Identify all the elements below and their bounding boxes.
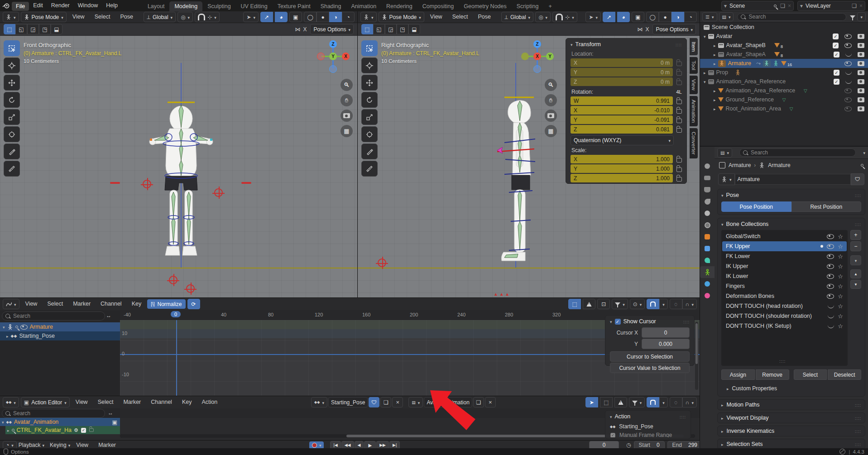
expand-icon[interactable] — [714, 87, 716, 94]
transform-orientation[interactable]: ⟂Global — [501, 12, 533, 22]
workspace-tab-scripting[interactable]: Scripting — [512, 1, 544, 11]
drag-handle-icon[interactable] — [680, 413, 686, 420]
lock-icon[interactable] — [676, 81, 682, 85]
auto-key-record-button[interactable] — [309, 441, 324, 449]
tab-render-icon[interactable] — [700, 172, 715, 184]
editor-type-button[interactable]: ☰ — [702, 12, 717, 21]
unlink-action-button[interactable] — [485, 397, 496, 407]
mode-selector[interactable]: Pose Mode — [379, 12, 424, 22]
select-invert-icon[interactable]: ◳ — [397, 24, 408, 34]
collection-ik-lower[interactable]: IK Lower — [722, 271, 847, 281]
eye-icon[interactable] — [827, 234, 834, 239]
tool-scale-icon[interactable] — [4, 109, 20, 125]
select-intersect-icon[interactable]: ⬓ — [51, 24, 62, 34]
solo-star-icon[interactable] — [838, 283, 843, 290]
channel-row-starting-pose[interactable]: ◆◆ Starting_Pose — [0, 331, 120, 340]
solo-star-icon[interactable] — [838, 233, 843, 240]
collection-dont-touch-ik[interactable]: DON'T TOUCH (IK Setup) — [722, 321, 847, 331]
knee-target-left[interactable] — [169, 276, 177, 284]
tab-item[interactable]: Item — [690, 38, 698, 55]
select-menu[interactable]: Select — [94, 397, 118, 408]
snap-mode-dropdown[interactable] — [659, 397, 668, 407]
marker-menu[interactable]: Marker — [119, 397, 145, 408]
exclude-checkbox[interactable] — [833, 34, 839, 39]
render-icon[interactable] — [858, 88, 864, 93]
solo-star-icon[interactable] — [838, 323, 843, 330]
tab-scene-icon[interactable] — [700, 207, 715, 219]
location-x-field[interactable]: X0 m — [571, 58, 673, 67]
collection-ik-upper[interactable]: IK Upper — [722, 261, 847, 271]
only-selected-icon[interactable]: ⬚ — [600, 397, 613, 407]
magnet-icon[interactable] — [647, 397, 659, 407]
menu-edit[interactable]: Edit — [29, 0, 47, 11]
expand-icon[interactable] — [714, 96, 716, 103]
pin-icon[interactable] — [774, 5, 777, 7]
rest-position-button[interactable]: Rest Position — [791, 201, 862, 212]
scale-x-field[interactable]: X1.000 — [571, 155, 673, 163]
outliner-row-avatar[interactable]: Avatar — [700, 32, 868, 41]
elbow-target-left[interactable] — [143, 180, 151, 188]
render-icon[interactable] — [858, 97, 864, 102]
expand-icon[interactable] — [2, 419, 4, 425]
show-errors-icon[interactable] — [583, 299, 595, 309]
marker-menu[interactable]: Marker — [69, 298, 95, 310]
channel-search[interactable] — [2, 409, 105, 418]
tab-modifiers-icon[interactable] — [700, 243, 715, 254]
workspace-tab-layout[interactable]: Layout — [143, 1, 170, 11]
pin-icon[interactable] — [15, 326, 18, 328]
pivot-dropdown[interactable]: ⊙ — [630, 299, 645, 309]
mirror-icon[interactable]: ⋈ — [637, 26, 643, 33]
viewport2-canvas[interactable]: ▲ ▲ ▲ Right Orthographic (0) Armature : … — [357, 36, 700, 297]
properties-search[interactable] — [739, 148, 856, 157]
falloff-dropdown[interactable]: ∩ — [682, 299, 697, 309]
eye-icon[interactable] — [828, 314, 834, 318]
solo-star-icon[interactable] — [838, 303, 843, 310]
hide-icon[interactable] — [844, 34, 852, 39]
solo-star-icon[interactable] — [838, 263, 843, 270]
tool-transform-icon[interactable] — [361, 126, 378, 142]
search-input[interactable] — [2, 311, 105, 321]
hide-icon[interactable] — [844, 61, 852, 66]
pose-options-dropdown[interactable]: Pose Options — [652, 24, 696, 34]
inverse-kinematics-panel[interactable]: Inverse Kinematics — [717, 426, 865, 436]
playback-menu[interactable]: Playback — [19, 442, 44, 448]
collection-global-switch[interactable]: Global/Switch — [722, 231, 847, 241]
tool-select-box-icon[interactable] — [361, 40, 378, 56]
custom-properties-subpanel[interactable]: Custom Properties — [727, 385, 861, 392]
eye-icon[interactable] — [827, 254, 834, 259]
tool-rotate-icon[interactable] — [4, 92, 20, 108]
expand-icon[interactable] — [704, 78, 706, 85]
view-menu[interactable]: View — [68, 11, 89, 23]
editor-type-button[interactable] — [3, 12, 19, 22]
workspace-tab-sculpting[interactable]: Sculpting — [202, 1, 235, 11]
scene-selector[interactable]: ▾ Scene ❏ × — [721, 1, 794, 11]
select-set-icon[interactable]: ⬚ — [361, 24, 373, 34]
filter-swap-icon[interactable]: ↔ — [108, 410, 113, 416]
gizmo-x-axis[interactable]: X — [342, 53, 350, 60]
eye-icon[interactable] — [827, 294, 834, 299]
show-overlays-toggle[interactable]: ◕ — [617, 12, 630, 22]
mirror-x-button[interactable]: X — [645, 26, 649, 33]
tab-object-icon[interactable] — [700, 231, 715, 243]
pointer-toggle-icon[interactable]: ➤ — [585, 397, 598, 407]
select-menu[interactable]: Select — [448, 11, 472, 23]
navigation-gizmo[interactable]: Z Y X — [521, 40, 554, 73]
filter-dropdown[interactable] — [612, 299, 628, 309]
elbow-target-right[interactable] — [214, 188, 223, 197]
render-icon[interactable] — [858, 52, 864, 57]
workspace-tab-rendering[interactable]: Rendering — [381, 1, 417, 11]
outliner-row-ground-reference[interactable]: Ground_Reference ▽ — [700, 95, 868, 104]
shading-wireframe-icon[interactable]: ◯ — [304, 12, 317, 22]
cursor-value-to-selection-button[interactable]: Cursor Value to Selection — [610, 363, 690, 373]
action-slot-icon[interactable]: ▣ — [112, 419, 117, 426]
camera-view-icon[interactable] — [340, 110, 353, 122]
eye-icon[interactable] — [827, 274, 834, 279]
blender-logo-icon[interactable] — [0, 3, 12, 9]
eye-icon[interactable] — [828, 304, 834, 308]
show-errors-icon[interactable] — [614, 397, 627, 407]
gizmo-y-axis[interactable]: Y — [546, 53, 554, 60]
hide-icon[interactable] — [844, 97, 852, 102]
normalize-refresh-icon[interactable]: ⟳ — [187, 299, 200, 309]
collapse-icon[interactable] — [721, 192, 724, 198]
unlink-keying-button[interactable] — [392, 397, 403, 407]
